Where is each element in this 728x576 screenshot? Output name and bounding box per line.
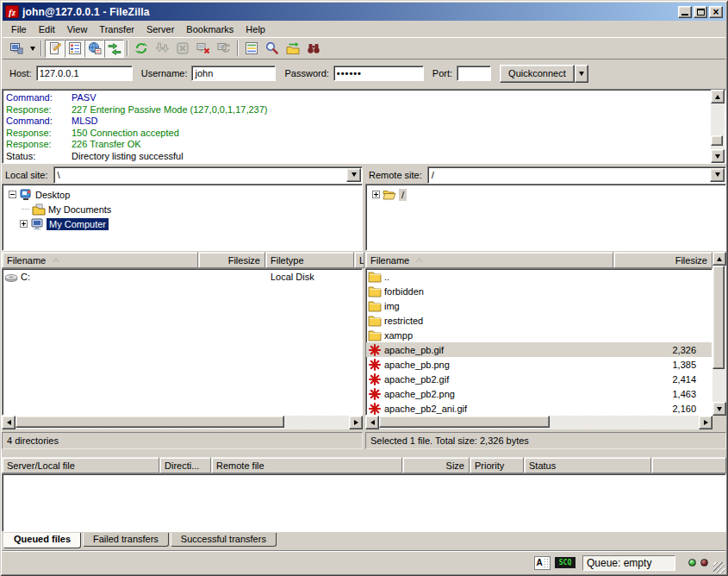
remote-files-list[interactable]: .. forbidden img restricted xampp apache… xyxy=(365,268,712,416)
column-direction[interactable]: Directi... xyxy=(159,457,211,473)
toggle-message-log-button[interactable] xyxy=(45,40,65,58)
toggle-remote-tree-button[interactable] xyxy=(84,40,104,58)
scroll-track[interactable] xyxy=(379,416,699,429)
scroll-track[interactable] xyxy=(712,266,726,402)
refresh-button[interactable] xyxy=(131,39,152,58)
column-server-local-file[interactable]: Server/Local file xyxy=(2,457,159,473)
local-site-combo[interactable]: \ xyxy=(53,166,363,184)
scroll-thumb[interactable] xyxy=(711,135,723,146)
filezilla-logo-icon[interactable]: fz xyxy=(5,5,19,18)
column-size[interactable]: Size xyxy=(402,457,470,473)
file-row[interactable]: xampp xyxy=(366,328,712,342)
tree-item-my-documents[interactable]: My Documents xyxy=(3,202,362,216)
file-row[interactable]: C: Local Disk xyxy=(3,269,362,284)
scroll-track[interactable] xyxy=(16,416,349,429)
column-filetype[interactable]: Filetype xyxy=(265,252,354,268)
menu-view[interactable]: View xyxy=(61,22,94,36)
minimize-button[interactable] xyxy=(678,6,692,18)
resize-grip[interactable] xyxy=(713,562,725,573)
local-tree[interactable]: Desktop My Documents My Computer xyxy=(2,184,363,251)
expand-box-icon[interactable] xyxy=(372,191,380,198)
column-status[interactable]: Status xyxy=(524,457,651,473)
quickconnect-dropdown[interactable] xyxy=(575,65,588,83)
menu-transfer[interactable]: Transfer xyxy=(93,22,140,36)
tab-failed-transfers[interactable]: Failed transfers xyxy=(83,533,169,547)
column-filename[interactable]: Filename xyxy=(365,252,613,268)
menu-file[interactable]: File xyxy=(5,22,33,36)
host-input[interactable] xyxy=(36,66,133,81)
file-row[interactable]: img xyxy=(366,298,712,313)
transfer-type-indicator[interactable]: A xyxy=(534,556,551,570)
scroll-right-button[interactable] xyxy=(699,416,712,429)
file-row[interactable]: apache_pb2.png 1,463 xyxy=(366,386,712,401)
tree-item-root[interactable]: / xyxy=(366,187,725,202)
close-button[interactable]: × xyxy=(709,6,723,18)
toggle-local-tree-button[interactable] xyxy=(65,40,84,58)
directory-comparison-button[interactable] xyxy=(262,39,283,58)
speed-limits-indicator[interactable]: SCQ xyxy=(555,557,576,568)
file-row[interactable]: restricted xyxy=(366,313,712,328)
column-filesize[interactable]: Filesize xyxy=(613,252,712,268)
toggle-transfer-queue-button[interactable] xyxy=(104,40,124,58)
local-horizontal-scrollbar[interactable] xyxy=(2,416,363,429)
quickconnect-button[interactable]: Quickconnect xyxy=(500,65,575,83)
collapse-box-icon[interactable] xyxy=(9,191,16,198)
scroll-track[interactable] xyxy=(711,103,725,149)
scroll-thumb[interactable] xyxy=(379,416,550,428)
file-row[interactable]: forbidden xyxy=(366,284,712,298)
username-input[interactable] xyxy=(191,66,276,81)
scroll-left-button[interactable] xyxy=(2,416,16,429)
reconnect-button[interactable] xyxy=(214,39,234,58)
column-filename[interactable]: Filename xyxy=(2,252,198,268)
remote-site-combo[interactable]: / xyxy=(427,166,726,184)
cancel-operation-button[interactable] xyxy=(172,39,193,58)
synchronized-browsing-button[interactable] xyxy=(283,39,303,58)
reconnect-icon xyxy=(217,41,231,55)
column-filesize[interactable]: Filesize xyxy=(198,252,265,268)
queue-list[interactable] xyxy=(2,473,726,532)
local-files-list[interactable]: C: Local Disk xyxy=(2,268,363,416)
site-manager-button[interactable] xyxy=(6,39,27,58)
directory-filters-button[interactable] xyxy=(241,39,262,58)
find-files-button[interactable] xyxy=(303,39,324,58)
maximize-button[interactable] xyxy=(694,6,707,18)
message-log[interactable]: Command:PASV Response:227 Entering Passi… xyxy=(2,89,726,164)
log-scrollbar[interactable] xyxy=(711,90,725,163)
local-site-combo-arrow[interactable] xyxy=(346,168,361,182)
site-manager-dropdown[interactable] xyxy=(27,39,38,58)
menu-edit[interactable]: Edit xyxy=(33,22,61,36)
column-remote-file[interactable]: Remote file xyxy=(211,457,402,473)
disconnect-button[interactable] xyxy=(193,39,214,58)
port-input[interactable] xyxy=(457,66,491,81)
remote-horizontal-scrollbar[interactable] xyxy=(365,416,712,429)
file-row-selected[interactable]: apache_pb.gif 2,326 xyxy=(366,342,712,357)
tab-queued-files[interactable]: Queued files xyxy=(3,533,81,548)
menu-server[interactable]: Server xyxy=(140,22,180,36)
file-row[interactable]: apache_pb.png 1,385 xyxy=(366,357,712,372)
scroll-up-button[interactable] xyxy=(711,90,725,103)
menubar: File Edit View Transfer Server Bookmarks… xyxy=(3,21,725,37)
remote-tree[interactable]: / xyxy=(365,184,726,251)
file-row[interactable]: .. xyxy=(366,269,712,284)
menu-bookmarks[interactable]: Bookmarks xyxy=(180,22,240,36)
scroll-thumb[interactable] xyxy=(712,266,725,369)
scroll-down-button[interactable] xyxy=(711,149,725,163)
menu-help[interactable]: Help xyxy=(240,22,271,36)
scroll-down-button[interactable] xyxy=(712,402,726,416)
remote-vertical-scrollbar[interactable] xyxy=(712,252,726,416)
tree-item-desktop[interactable]: Desktop xyxy=(3,187,362,202)
process-queue-button[interactable] xyxy=(152,39,172,58)
scroll-thumb[interactable] xyxy=(16,416,284,428)
tree-item-my-computer[interactable]: My Computer xyxy=(3,216,362,231)
expand-box-icon[interactable] xyxy=(20,220,28,228)
file-row[interactable]: apache_pb2.gif 2,414 xyxy=(366,372,712,386)
scroll-up-button[interactable] xyxy=(712,252,726,266)
column-priority[interactable]: Priority xyxy=(470,457,524,473)
scroll-left-button[interactable] xyxy=(365,416,379,429)
scroll-right-button[interactable] xyxy=(349,416,363,429)
password-input[interactable] xyxy=(333,66,424,81)
tab-successful-transfers[interactable]: Successful transfers xyxy=(171,533,277,547)
file-row[interactable]: apache_pb2_ani.gif 2,160 xyxy=(366,401,712,416)
column-last-modified[interactable]: L xyxy=(354,252,364,268)
remote-site-combo-arrow[interactable] xyxy=(710,168,725,182)
